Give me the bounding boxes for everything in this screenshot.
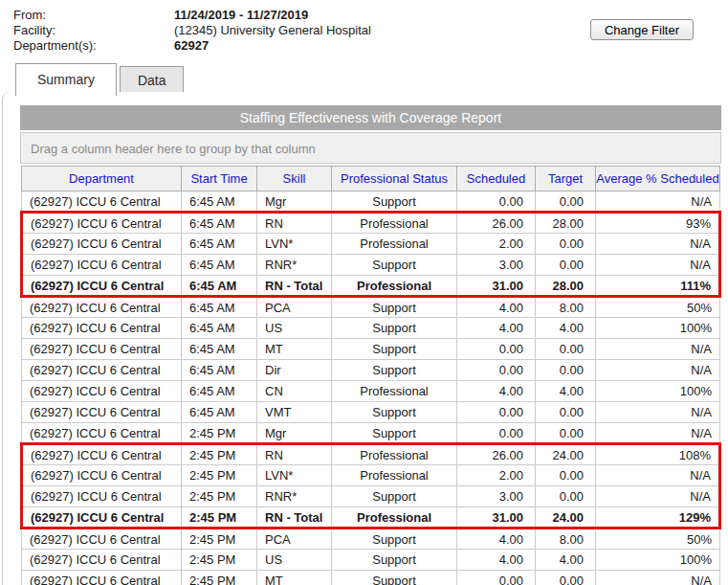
report-table: DepartmentStart TimeSkillProfessional St…: [20, 166, 721, 585]
cell-professional-status: Professional: [332, 444, 457, 465]
table-row: (62927) ICCU 6 Central6:45 AMPCASupport4…: [22, 297, 720, 318]
cell-target: 8.00: [536, 529, 596, 550]
cell-target: 0.00: [536, 571, 596, 585]
cell-target: 4.00: [536, 318, 596, 339]
cell-target: 0.00: [536, 191, 596, 213]
cell-scheduled: 0.00: [457, 339, 536, 360]
cell-start-time: 6:45 AM: [182, 402, 257, 423]
cell-department: (62927) ICCU 6 Central: [22, 423, 182, 444]
cell-scheduled: 4.00: [457, 529, 536, 550]
cell-department: (62927) ICCU 6 Central: [22, 339, 182, 360]
cell-average-pct-scheduled: 111%: [596, 276, 720, 297]
table-row: (62927) ICCU 6 Central6:45 AMLVN*Profess…: [22, 234, 720, 255]
cell-department: (62927) ICCU 6 Central: [22, 297, 182, 318]
cell-skill: Mgr: [257, 191, 332, 213]
cell-professional-status: Professional: [332, 381, 457, 402]
table-row: (62927) ICCU 6 Central2:45 PMMgrSupport0…: [22, 423, 720, 444]
cell-scheduled: 0.00: [457, 360, 536, 381]
cell-average-pct-scheduled: N/A: [596, 191, 720, 213]
cell-average-pct-scheduled: 108%: [596, 444, 720, 465]
cell-skill: Mgr: [257, 423, 332, 444]
column-header-start-time[interactable]: Start Time: [182, 167, 257, 191]
cell-target: 28.00: [536, 276, 596, 297]
filter-info-value: 11/24/2019 - 11/27/2019: [174, 8, 308, 23]
table-row: (62927) ICCU 6 Central2:45 PMRN - TotalP…: [22, 507, 720, 529]
cell-department: (62927) ICCU 6 Central: [22, 507, 182, 529]
cell-skill: RN - Total: [257, 507, 332, 529]
cell-start-time: 2:45 PM: [182, 550, 257, 571]
cell-start-time: 2:45 PM: [182, 571, 257, 585]
cell-department: (62927) ICCU 6 Central: [22, 234, 182, 255]
tab-summary[interactable]: Summary: [15, 63, 117, 96]
cell-professional-status: Professional: [332, 234, 457, 255]
cell-scheduled: 26.00: [457, 213, 536, 234]
cell-department: (62927) ICCU 6 Central: [22, 213, 182, 234]
column-header-department[interactable]: Department: [22, 167, 182, 191]
filter-info-value: (12345) University General Hospital: [174, 23, 371, 38]
cell-start-time: 6:45 AM: [182, 360, 257, 381]
row-group: (62927) ICCU 6 Central2:45 PMPCASupport4…: [22, 529, 720, 585]
change-filter-button[interactable]: Change Filter: [590, 19, 694, 40]
column-header-professional-status[interactable]: Professional Status: [332, 167, 457, 191]
cell-skill: RN - Total: [257, 276, 332, 297]
filter-info-value: 62927: [174, 38, 209, 54]
cell-department: (62927) ICCU 6 Central: [22, 360, 182, 381]
cell-average-pct-scheduled: 50%: [596, 529, 720, 550]
column-header-scheduled[interactable]: Scheduled: [457, 167, 536, 191]
cell-target: 4.00: [536, 550, 596, 571]
cell-average-pct-scheduled: N/A: [596, 423, 720, 444]
cell-average-pct-scheduled: N/A: [596, 571, 720, 585]
table-row: (62927) ICCU 6 Central2:45 PMUSSupport4.…: [22, 550, 720, 571]
cell-professional-status: Professional: [332, 276, 457, 297]
cell-professional-status: Support: [332, 423, 457, 444]
cell-department: (62927) ICCU 6 Central: [22, 465, 182, 486]
cell-professional-status: Professional: [332, 507, 457, 529]
cell-target: 8.00: [536, 297, 596, 318]
cell-target: 28.00: [536, 213, 596, 234]
cell-scheduled: 26.00: [457, 444, 536, 465]
highlighted-row-group: (62927) ICCU 6 Central2:45 PMRNProfessio…: [22, 444, 720, 529]
table-row: (62927) ICCU 6 Central6:45 AMRN - TotalP…: [22, 276, 720, 297]
cell-target: 0.00: [536, 465, 596, 486]
cell-start-time: 6:45 AM: [182, 339, 257, 360]
filter-info-row: Facility:(12345) University General Hosp…: [13, 23, 371, 38]
filter-info-label: From:: [13, 8, 174, 23]
cell-scheduled: 4.00: [457, 381, 536, 402]
cell-scheduled: 3.00: [457, 255, 536, 276]
cell-skill: LVN*: [257, 465, 332, 486]
cell-start-time: 2:45 PM: [182, 423, 257, 444]
cell-target: 0.00: [536, 486, 596, 507]
row-group: (62927) ICCU 6 Central6:45 AMMgrSupport0…: [22, 191, 720, 213]
group-by-drop-zone[interactable]: Drag a column header here to group by th…: [20, 132, 721, 164]
cell-average-pct-scheduled: N/A: [596, 234, 720, 255]
column-header-average-pct-scheduled[interactable]: Average % Scheduled: [596, 167, 720, 191]
table-row: (62927) ICCU 6 Central6:45 AMMTSupport0.…: [22, 339, 720, 360]
table-row: (62927) ICCU 6 Central6:45 AMRNProfessio…: [22, 213, 720, 234]
column-header-target[interactable]: Target: [536, 167, 596, 191]
cell-average-pct-scheduled: N/A: [596, 360, 720, 381]
table-row: (62927) ICCU 6 Central6:45 AMCNProfessio…: [22, 381, 720, 402]
cell-start-time: 2:45 PM: [182, 529, 257, 550]
cell-department: (62927) ICCU 6 Central: [22, 444, 182, 465]
cell-average-pct-scheduled: N/A: [596, 486, 720, 507]
cell-start-time: 6:45 AM: [182, 297, 257, 318]
cell-start-time: 6:45 AM: [182, 381, 257, 402]
cell-professional-status: Professional: [332, 465, 457, 486]
cell-skill: PCA: [257, 529, 332, 550]
table-row: (62927) ICCU 6 Central2:45 PMMTSupport0.…: [22, 571, 720, 585]
report-title: Staffing Effectiveness with Coverage Rep…: [20, 105, 721, 130]
cell-professional-status: Support: [332, 402, 457, 423]
cell-professional-status: Support: [332, 339, 457, 360]
cell-scheduled: 31.00: [457, 507, 536, 529]
cell-target: 0.00: [536, 402, 596, 423]
cell-skill: LVN*: [257, 234, 332, 255]
tab-bar: SummaryData: [15, 63, 187, 96]
cell-average-pct-scheduled: 50%: [596, 297, 720, 318]
cell-scheduled: 4.00: [457, 297, 536, 318]
cell-professional-status: Support: [332, 360, 457, 381]
cell-professional-status: Professional: [332, 213, 457, 234]
table-row: (62927) ICCU 6 Central6:45 AMMgrSupport0…: [22, 191, 720, 213]
highlighted-row-group: (62927) ICCU 6 Central6:45 AMRNProfessio…: [22, 213, 720, 297]
cell-start-time: 6:45 AM: [182, 213, 257, 234]
column-header-skill[interactable]: Skill: [257, 167, 332, 191]
